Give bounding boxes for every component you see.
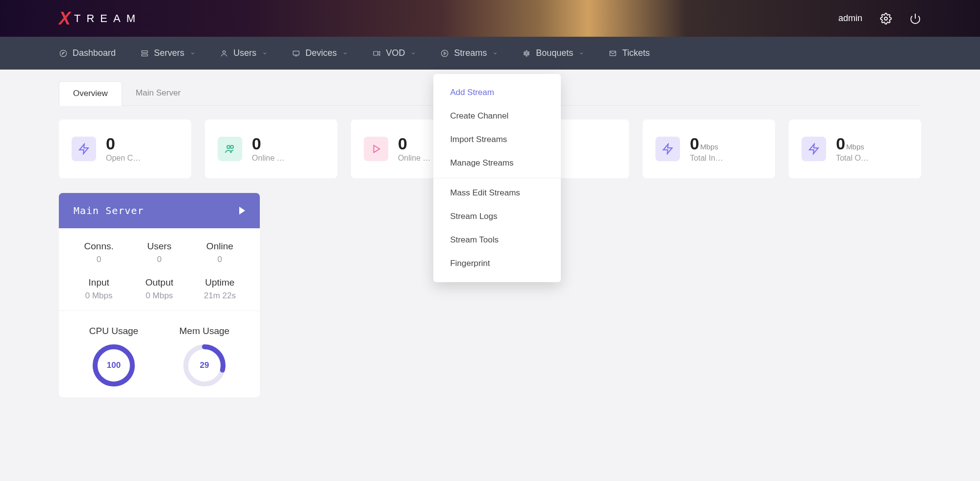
gauge-value: 29 (182, 343, 226, 387)
topbar: X TREAM admin (0, 0, 980, 37)
dropdown-separator (433, 178, 561, 178)
nav-label: Dashboard (73, 48, 116, 58)
dropdown-item-stream-tools[interactable]: Stream Tools (433, 228, 561, 252)
svg-point-17 (526, 55, 528, 56)
card-value: 0 (836, 134, 845, 153)
svg-point-6 (223, 50, 225, 53)
nav-tickets[interactable]: Tickets (608, 48, 650, 58)
card-total-in: 0MbpsTotal In… (643, 120, 775, 178)
bolt-icon (72, 137, 96, 161)
svg-marker-12 (444, 52, 446, 54)
stat-input: Input0 Mbps (69, 277, 129, 301)
chevron-down-icon (343, 51, 348, 56)
nav-streams[interactable]: Streams Add Stream Create Channel Import… (440, 48, 498, 58)
dropdown-item-manage-streams[interactable]: Manage Streams (433, 151, 561, 175)
nav-label: Tickets (622, 48, 650, 58)
logo-x: X (59, 8, 70, 29)
svg-marker-27 (809, 144, 818, 154)
stat-users: Users0 (129, 241, 189, 265)
nav-devices[interactable]: Devices (292, 48, 348, 58)
users-icon (218, 137, 242, 161)
nav-dashboard[interactable]: Dashboard (59, 48, 116, 58)
server-panel: Main Server Conns.0 Users0 Online0 Input… (59, 193, 260, 397)
svg-marker-21 (79, 144, 88, 154)
card-unit: Mbps (700, 143, 718, 151)
svg-point-19 (524, 51, 526, 53)
gear-icon[interactable] (880, 13, 892, 24)
power-icon[interactable] (909, 13, 921, 24)
bouquet-icon (522, 49, 531, 58)
server-panel-header[interactable]: Main Server (59, 193, 260, 228)
svg-rect-9 (374, 51, 378, 55)
card-label: Open C… (106, 154, 178, 163)
card-value: 0 (252, 134, 261, 153)
card-label: Total In… (690, 154, 762, 163)
card-online-users: 0Online … (205, 120, 337, 178)
user-icon (220, 49, 228, 58)
stat-uptime: Uptime21m 22s (190, 277, 250, 301)
main-nav: Dashboard Servers Users Devices VOD Stre… (0, 37, 980, 70)
svg-point-13 (526, 52, 528, 54)
chevron-down-icon (579, 51, 584, 56)
play-icon (239, 207, 245, 215)
dropdown-item-add-stream[interactable]: Add Stream (433, 81, 561, 104)
dropdown-item-create-channel[interactable]: Create Channel (433, 104, 561, 128)
chevron-down-icon (493, 51, 498, 56)
stat-conns: Conns.0 (69, 241, 129, 265)
card-label: Online … (252, 154, 325, 163)
nav-servers[interactable]: Servers (140, 48, 195, 58)
svg-point-16 (528, 53, 529, 55)
nav-label: Devices (305, 48, 337, 58)
gauge-value: 100 (92, 343, 136, 387)
nav-label: Servers (154, 48, 184, 58)
svg-point-15 (528, 51, 529, 53)
server-stats: Conns.0 Users0 Online0 Input0 Mbps Outpu… (59, 228, 260, 306)
play-circle-icon (440, 49, 449, 58)
bolt-icon (655, 137, 680, 161)
dropdown-item-import-streams[interactable]: Import Streams (433, 128, 561, 151)
svg-marker-3 (62, 52, 64, 54)
svg-marker-24 (374, 145, 379, 153)
svg-marker-26 (663, 144, 672, 154)
card-value: 0 (106, 134, 115, 153)
brand-logo: X TREAM (59, 8, 141, 29)
username-label[interactable]: admin (838, 13, 862, 24)
cpu-gauge: CPU Usage 100 (89, 326, 138, 387)
svg-point-0 (884, 17, 887, 20)
device-icon (292, 49, 301, 58)
nav-label: Bouquets (536, 48, 573, 58)
mail-icon (608, 49, 617, 58)
compass-icon (59, 49, 68, 58)
dropdown-item-fingerprint[interactable]: Fingerprint (433, 252, 561, 275)
card-unit: Mbps (846, 143, 864, 151)
usage-row: CPU Usage 100 Mem Usage 29 (59, 311, 260, 397)
nav-label: VOD (386, 48, 405, 58)
svg-point-11 (441, 50, 448, 56)
chevron-down-icon (411, 51, 416, 56)
svg-marker-10 (378, 51, 380, 55)
card-open-connections: 0Open C… (59, 120, 191, 178)
dropdown-item-stream-logs[interactable]: Stream Logs (433, 205, 561, 228)
nav-users[interactable]: Users (220, 48, 267, 58)
dropdown-item-mass-edit[interactable]: Mass Edit Streams (433, 181, 561, 205)
card-label: Total O… (836, 154, 908, 163)
nav-bouquets[interactable]: Bouquets (522, 48, 584, 58)
svg-rect-7 (293, 51, 299, 55)
svg-point-23 (230, 145, 233, 148)
svg-point-22 (227, 145, 230, 148)
topbar-right: admin (838, 13, 921, 24)
bolt-icon (802, 137, 826, 161)
stat-online: Online0 (190, 241, 250, 265)
mem-gauge: Mem Usage 29 (179, 326, 229, 387)
streams-dropdown: Add Stream Create Channel Import Streams… (433, 74, 561, 282)
server-title: Main Server (74, 205, 144, 216)
nav-vod[interactable]: VOD (372, 48, 416, 58)
stat-output: Output0 Mbps (129, 277, 189, 301)
svg-rect-4 (142, 50, 148, 52)
play-icon (364, 137, 388, 161)
card-value: 0 (690, 134, 699, 153)
server-icon (140, 49, 149, 58)
tab-main-server[interactable]: Main Server (122, 81, 195, 105)
tab-overview[interactable]: Overview (59, 81, 122, 106)
svg-rect-5 (142, 54, 148, 56)
